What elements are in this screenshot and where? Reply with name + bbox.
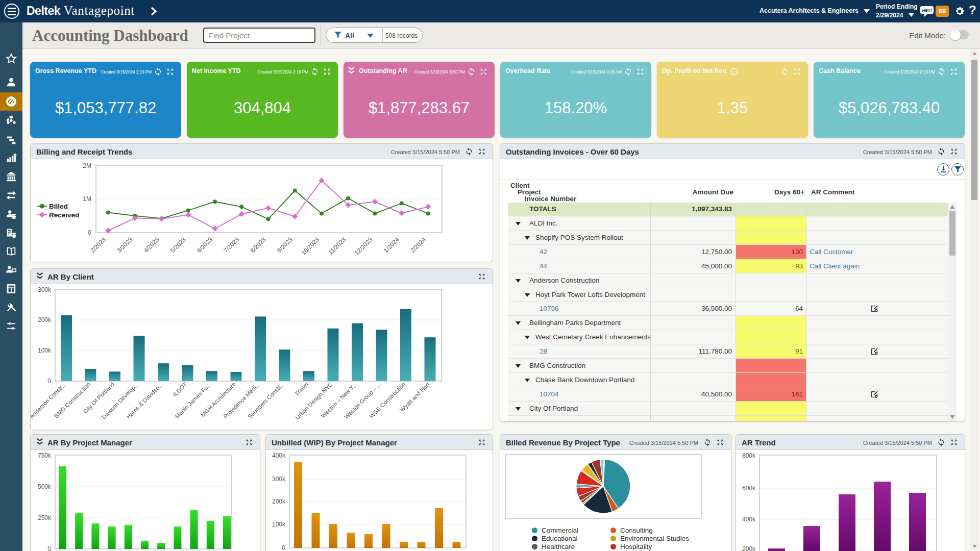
- svg-text:250k: 250k: [38, 514, 52, 521]
- svg-text:0: 0: [282, 544, 285, 551]
- svg-text:100k: 100k: [272, 521, 286, 528]
- svg-text:100k: 100k: [38, 347, 52, 354]
- svg-text:10/2023: 10/2023: [300, 236, 321, 257]
- svg-text:1M: 1M: [83, 195, 91, 203]
- svg-text:11/2023: 11/2023: [327, 236, 347, 256]
- svg-text:400k: 400k: [742, 516, 756, 523]
- svg-text:0: 0: [47, 545, 51, 551]
- svg-text:Trimet: Trimet: [293, 381, 310, 397]
- svg-text:2/2024: 2/2024: [409, 236, 427, 254]
- svg-text:3/2023: 3/2023: [115, 236, 134, 254]
- svg-text:ILDOT: ILDOT: [172, 381, 188, 397]
- svg-text:750k: 750k: [38, 452, 52, 459]
- svg-text:200k: 200k: [38, 316, 52, 323]
- svg-text:2M: 2M: [83, 162, 91, 169]
- svg-text:400k: 400k: [272, 452, 286, 459]
- svg-text:6/2023: 6/2023: [195, 236, 214, 254]
- svg-text:HEY!: HEY!: [922, 8, 932, 13]
- svg-text:4/2023: 4/2023: [142, 236, 161, 254]
- svg-text:2/2023: 2/2023: [89, 236, 107, 254]
- svg-text:300k: 300k: [272, 475, 286, 483]
- svg-text:12/2023: 12/2023: [353, 236, 374, 257]
- svg-text:8/2023: 8/2023: [249, 236, 267, 254]
- svg-text:0: 0: [47, 378, 51, 385]
- svg-text:1/2024: 1/2024: [382, 236, 401, 254]
- svg-text:600k: 600k: [742, 485, 756, 492]
- svg-text:5/2023: 5/2023: [169, 236, 187, 254]
- svg-text:200k: 200k: [742, 545, 756, 551]
- svg-text:800k: 800k: [742, 452, 756, 459]
- svg-text:0: 0: [88, 229, 91, 236]
- svg-text:Received: Received: [49, 211, 79, 219]
- svg-text:200k: 200k: [272, 498, 286, 505]
- svg-text:9/2023: 9/2023: [276, 236, 294, 254]
- svg-text:300k: 300k: [38, 286, 52, 293]
- svg-text:500k: 500k: [38, 483, 52, 490]
- svg-text:7/2023: 7/2023: [222, 236, 240, 254]
- svg-text:Billed: Billed: [49, 203, 68, 210]
